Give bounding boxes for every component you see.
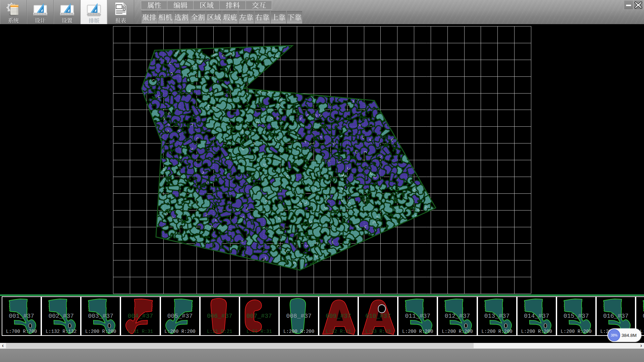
pattern-thumbnail-14[interactable]: 014_#37L:200 R:200 (517, 296, 556, 336)
film-strip: 001_#37L:700 R:700002_#37L:132 R:132003_… (0, 295, 644, 343)
pattern-thumbnail-8[interactable]: 008_#37L:200 R:200 (279, 296, 319, 336)
pattern-lr-count: L:200 R:200 (478, 329, 516, 334)
scrollbar-thumb[interactable] (6, 343, 474, 348)
main-tab-label: 设计 (35, 17, 46, 23)
main-button-settings[interactable]: 设置 (54, 0, 80, 24)
main-button-system[interactable]: 系统 (0, 0, 27, 24)
pattern-thumbnail-3[interactable]: 003_#37L:200 R:200 (81, 296, 120, 336)
pattern-lr-count: L:31 R:31 (121, 329, 159, 334)
main-button-nesting-layout[interactable]: 排版 (80, 0, 107, 24)
menu-tab-label: 交互 (252, 2, 266, 9)
pattern-thumbnail-4[interactable]: 004_#37L:31 R:31 (120, 296, 160, 336)
tool-button-cluster-nest[interactable]: 聚排 (142, 11, 157, 23)
menu-tab-label: 编辑 (173, 2, 187, 9)
pattern-lr-count: L:33 R:33 (359, 329, 397, 334)
pattern-lr-count: L:700 R:700 (2, 329, 41, 334)
pattern-thumbnail-12[interactable]: 012_#37L:200 R:200 (437, 296, 477, 336)
tool-button-align-top[interactable]: 上靠 (271, 11, 286, 23)
zoom-memory-badge: 38% 384.8M (607, 328, 641, 342)
tool-button-region[interactable]: 区域 (206, 11, 222, 23)
pattern-thumbnail-7[interactable]: 007_#37L:31 R:31 (239, 296, 279, 336)
close-icon (634, 1, 642, 9)
film-strip-divider (0, 295, 644, 296)
tool-button-select-cut[interactable]: 选割 (174, 11, 190, 23)
pattern-lr-count: L:200 R:200 (161, 329, 199, 334)
pattern-title: 008_#37 (280, 313, 318, 319)
menu-tab-properties[interactable]: 属性 (141, 1, 167, 10)
menu-tab-row: 属性编辑区域排料交互 (141, 1, 272, 10)
pattern-title: 005_#37 (161, 313, 199, 319)
pattern-thumbnail-11[interactable]: 011_#37L:200 R:200 (398, 296, 437, 336)
tool-button-align-bottom[interactable]: 下靠 (287, 11, 303, 23)
pattern-lr-count: L:32 R:31 (319, 329, 358, 334)
horizontal-scrollbar[interactable]: ‹ › (0, 343, 644, 349)
pattern-title: 013_#37 (478, 313, 516, 319)
pattern-thumbnail-15[interactable]: 015_#37L:200 R:200 (556, 296, 596, 336)
nesting-canvas[interactable] (0, 24, 644, 295)
main-tab-label: 系统 (8, 17, 19, 23)
gear-notebook-icon (5, 1, 21, 17)
tool-button-align-left[interactable]: 左靠 (238, 11, 254, 23)
menu-tab-interaction[interactable]: 交互 (246, 1, 272, 10)
tool-button-label: 左靠 (239, 14, 253, 21)
pattern-title: 011_#37 (398, 313, 437, 319)
pattern-thumbnail-2[interactable]: 002_#37L:132 R:132 (41, 296, 81, 336)
pattern-thumbnail-list: 001_#37L:700 R:700002_#37L:132 R:132003_… (2, 296, 644, 336)
pattern-thumbnail-6[interactable]: 006_#37L:21 R:21 (200, 296, 239, 336)
pattern-title: 007_#37 (240, 313, 278, 319)
window-controls (624, 0, 643, 10)
tool-button-camera[interactable]: 相机 (158, 11, 173, 23)
pattern-title: 014_#37 (518, 313, 556, 319)
tool-button-label: 选割 (174, 14, 189, 21)
pattern-thumbnail-5[interactable]: 005_#37L:200 R:200 (160, 296, 200, 336)
tool-button-label: 右靠 (255, 14, 269, 21)
pattern-thumbnail-1[interactable]: 001_#37L:700 R:700 (2, 296, 41, 336)
menu-tab-edit[interactable]: 编辑 (167, 1, 194, 10)
pattern-title: 002_#37 (42, 313, 80, 319)
minimize-icon (625, 1, 632, 9)
menu-tab-label: 区域 (200, 2, 214, 9)
tool-button-defect[interactable]: 瑕疵 (222, 11, 238, 23)
report-document-icon (113, 1, 129, 17)
menu-tab-region[interactable]: 区域 (193, 1, 220, 10)
scroll-right-arrow-icon[interactable]: › (638, 343, 644, 348)
zoom-percent-badge[interactable]: 38% (608, 329, 620, 341)
memory-usage-text: 384.8M (622, 328, 637, 342)
scroll-left-arrow-icon[interactable]: ‹ (0, 343, 6, 348)
tool-button-row: 聚排相机选割全割区域瑕疵左靠右靠上靠下靠 (142, 11, 303, 23)
tool-button-label: 区域 (207, 14, 221, 21)
pattern-lr-count: L:21 R:21 (201, 329, 239, 334)
main-toolbar: 系统设计设置排版报表 属性编辑区域排料交互 聚排相机选割全割区域瑕疵左靠右靠上靠… (0, 0, 644, 24)
drafting-triangle-icon (32, 1, 48, 17)
main-tab-label: 设置 (62, 17, 72, 23)
pattern-lr-count: L:200 R:200 (518, 329, 556, 334)
tool-button-cut-all[interactable]: 全割 (190, 11, 206, 23)
tool-button-align-right[interactable]: 右靠 (255, 11, 270, 23)
app-window: 系统设计设置排版报表 属性编辑区域排料交互 聚排相机选割全割区域瑕疵左靠右靠上靠… (0, 0, 644, 362)
pattern-lr-count: L:200 R:200 (280, 329, 318, 334)
minimize-button[interactable] (624, 0, 633, 10)
pattern-title: 010_#37 (359, 313, 397, 319)
main-button-group: 系统设计设置排版报表 (0, 0, 134, 24)
pattern-title: 012_#37 (438, 313, 476, 319)
close-button[interactable] (634, 0, 643, 10)
tool-button-label: 上靠 (271, 14, 285, 21)
pattern-thumbnail-13[interactable]: 013_#37L:200 R:200 (477, 296, 517, 336)
drafting-triangle-icon (59, 1, 75, 17)
menu-tab-label: 属性 (147, 2, 161, 9)
drafting-triangle-icon (86, 1, 102, 17)
tool-button-label: 全割 (191, 14, 205, 21)
tool-button-label: 瑕疵 (223, 14, 237, 21)
menu-tab-nesting[interactable]: 排料 (219, 1, 246, 10)
tool-button-label: 下靠 (287, 14, 302, 21)
main-button-design[interactable]: 设计 (27, 0, 54, 24)
menu-tab-label: 排料 (226, 2, 240, 9)
pattern-thumbnail-10[interactable]: 010_#37L:33 R:33 (358, 296, 398, 336)
pattern-title: 001_#37 (2, 313, 41, 319)
main-button-report[interactable]: 报表 (107, 0, 134, 24)
pattern-lr-count: L:31 R:31 (240, 329, 278, 334)
pattern-title: 017_#37 (636, 313, 644, 319)
pattern-thumbnail-9[interactable]: 009_#37L:32 R:31 (319, 296, 358, 336)
pattern-title: 004_#37 (121, 313, 159, 319)
tool-button-label: 聚排 (142, 14, 156, 21)
